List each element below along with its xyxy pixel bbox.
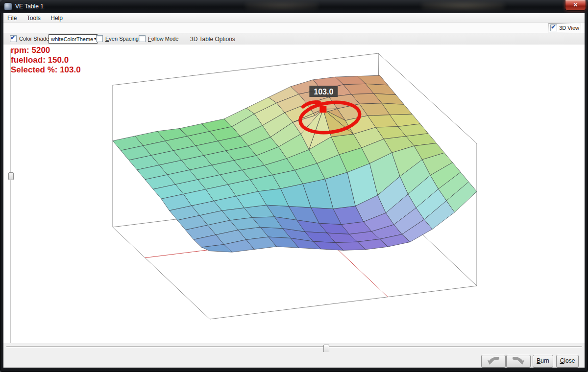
toolbar: ✔ Color Shade whiteColorTheme ▼ Even Spa… <box>3 33 585 45</box>
tilt-slider-thumb[interactable] <box>8 172 14 180</box>
titlebar[interactable]: VE Table 1 ✕ <box>0 0 588 13</box>
selected-value-label: 103.0 <box>314 88 333 96</box>
undo-button[interactable] <box>481 355 506 368</box>
close-window-button[interactable]: ✕ <box>565 0 586 11</box>
close-button[interactable]: Close <box>556 355 579 368</box>
burn-button[interactable]: Burn <box>533 355 553 368</box>
checkbox-icon <box>139 35 146 42</box>
checkbox-icon: ✔ <box>10 35 17 42</box>
view-3d-label: 3D View <box>559 25 579 31</box>
checkbox-icon: ✔ <box>550 24 557 31</box>
tilt-slider-track[interactable] <box>10 49 11 343</box>
menu-tools[interactable]: Tools <box>23 14 45 22</box>
color-theme-dropdown[interactable]: whiteColorTheme ▼ <box>49 34 98 44</box>
close-icon: ✕ <box>573 1 578 8</box>
redo-arrow-icon <box>512 357 525 365</box>
even-spacing-label: Even Spacing <box>105 36 139 42</box>
undo-arrow-icon <box>487 357 500 365</box>
menu-help[interactable]: Help <box>47 14 67 22</box>
follow-mode-label: Follow Mode <box>148 36 178 42</box>
window-title: VE Table 1 <box>15 3 44 10</box>
bottom-bar: Burn Close <box>3 352 585 368</box>
table-options-button[interactable]: 3D Table Options <box>190 36 235 43</box>
even-spacing-checkbox[interactable]: Even Spacing <box>96 35 139 42</box>
ve-table-window: VE Table 1 ✕ File Tools Help ✔ 3D View ✔… <box>0 0 588 372</box>
readout-rpm: rpm: 5200 <box>11 46 81 55</box>
color-shade-checkbox[interactable]: ✔ Color Shade <box>10 35 49 42</box>
rotate-slider-row <box>3 343 585 352</box>
rotate-slider-track[interactable] <box>6 346 582 348</box>
plot-area: 103.0 rpm: 5200 fuelload: 150.0 Selected… <box>3 45 585 343</box>
menu-file[interactable]: File <box>3 14 21 22</box>
app-icon <box>4 3 12 10</box>
color-theme-value: whiteColorTheme <box>51 36 93 42</box>
ve-surface-3d-view[interactable]: 103.0 <box>3 45 585 343</box>
color-shade-label: Color Shade <box>19 36 49 42</box>
view-3d-checkbox[interactable]: ✔ 3D View <box>549 24 581 32</box>
glass-reflection <box>245 1 318 10</box>
window-content: File Tools Help ✔ 3D View ✔ Color Shade … <box>3 13 585 368</box>
menubar: File Tools Help <box>3 13 585 23</box>
checkbox-icon <box>96 35 103 42</box>
view-toggle-row: ✔ 3D View <box>3 23 585 33</box>
cursor-readout: rpm: 5200 fuelload: 150.0 Selected %: 10… <box>11 46 81 75</box>
follow-mode-checkbox[interactable]: Follow Mode <box>139 35 178 42</box>
redo-button[interactable] <box>506 355 531 368</box>
selected-cell-marker[interactable] <box>319 106 326 113</box>
readout-selected: Selected %: 103.0 <box>11 65 81 75</box>
readout-fuelload: fuelload: 150.0 <box>11 55 81 65</box>
glass-reflection <box>421 1 505 10</box>
